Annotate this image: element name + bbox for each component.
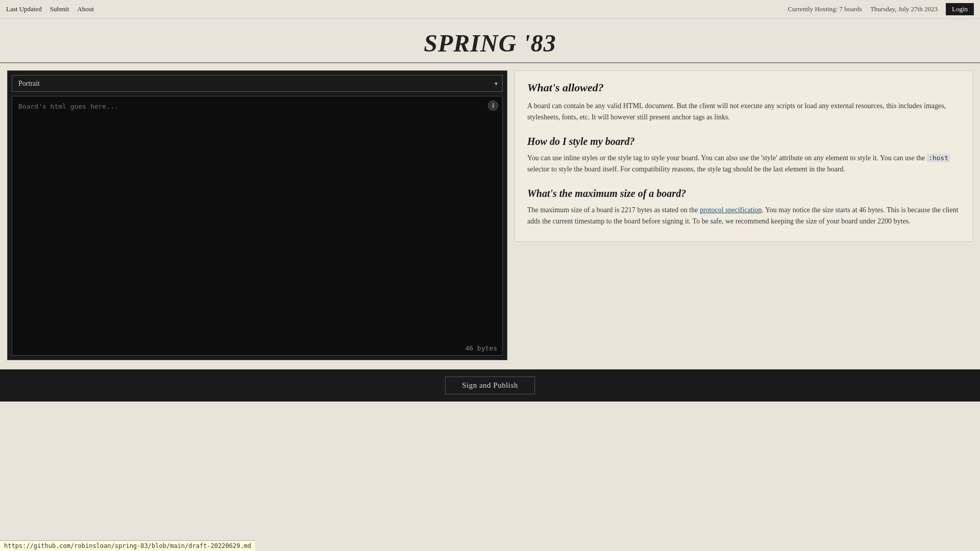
top-nav: Last Updated Submit About Currently Host… bbox=[0, 0, 980, 19]
page-title: SPRING '83 bbox=[0, 29, 980, 57]
info-panel: What's allowed? A board can contain be a… bbox=[514, 70, 973, 242]
current-date: Thursday, July 27th 2023 bbox=[870, 5, 938, 13]
max-size-heading: What's the maximum size of a board? bbox=[527, 188, 960, 199]
login-button[interactable]: Login bbox=[946, 3, 974, 15]
portrait-select-wrapper: Portrait Landscape Square ▾ bbox=[12, 75, 503, 92]
editor-wrapper: ℹ 46 bytes bbox=[12, 96, 503, 356]
portrait-select[interactable]: Portrait Landscape Square bbox=[12, 75, 503, 92]
submit-link[interactable]: Submit bbox=[50, 5, 69, 13]
protocol-spec-link[interactable]: protocol specification bbox=[700, 206, 762, 214]
max-size-text: The maximum size of a board is 2217 byte… bbox=[527, 205, 960, 228]
info-icon[interactable]: ℹ bbox=[488, 101, 498, 111]
style-text-part1: You can use inline styles or the style t… bbox=[527, 154, 927, 162]
how-to-style-text: You can use inline styles or the style t… bbox=[527, 153, 960, 176]
main-layout: Portrait Landscape Square ▾ ℹ 46 bytes W… bbox=[0, 63, 980, 367]
board-html-textarea[interactable] bbox=[12, 96, 502, 341]
last-updated-link[interactable]: Last Updated bbox=[6, 5, 42, 13]
whats-allowed-text: A board can contain be any valid HTML do… bbox=[527, 101, 960, 123]
nav-left: Last Updated Submit About bbox=[6, 5, 94, 13]
byte-count: 46 bytes bbox=[12, 341, 502, 355]
page-title-container: SPRING '83 bbox=[0, 19, 980, 63]
status-bar: https://github.com/robinsloan/spring-83/… bbox=[0, 540, 255, 551]
hosting-info: Currently Hosting: 7 boards bbox=[788, 5, 862, 13]
bottom-bar: Sign and Publish bbox=[0, 369, 980, 402]
editor-panel: Portrait Landscape Square ▾ ℹ 46 bytes bbox=[7, 70, 507, 360]
status-url: https://github.com/robinsloan/spring-83/… bbox=[4, 542, 251, 549]
sign-publish-button[interactable]: Sign and Publish bbox=[445, 377, 535, 394]
nav-right: Currently Hosting: 7 boards Thursday, Ju… bbox=[788, 3, 974, 15]
host-code: :host bbox=[927, 154, 950, 162]
style-text-part2: selector to style the board itself. For … bbox=[527, 165, 845, 173]
whats-allowed-heading: What's allowed? bbox=[527, 81, 960, 94]
how-to-style-heading: How do I style my board? bbox=[527, 136, 960, 147]
about-link[interactable]: About bbox=[77, 5, 94, 13]
max-size-text-part1: The maximum size of a board is 2217 byte… bbox=[527, 206, 700, 214]
